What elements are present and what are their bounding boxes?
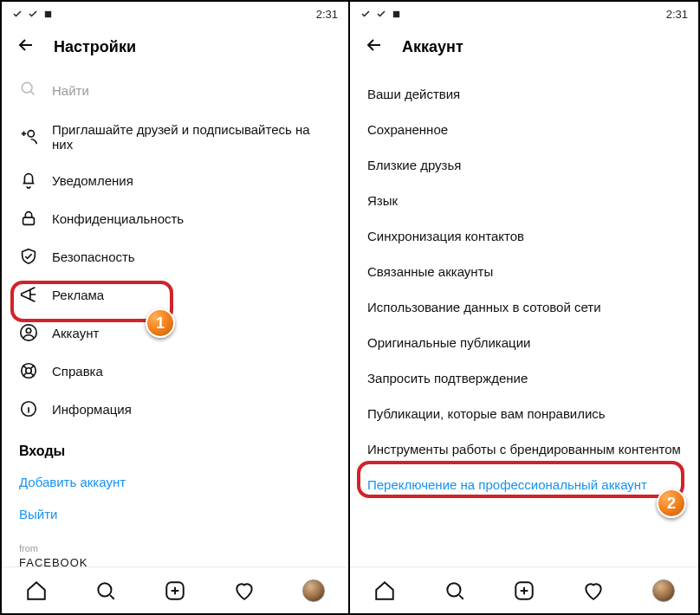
svg-point-9	[98, 583, 111, 596]
section-logins: Входы	[2, 428, 348, 466]
check-icon	[28, 9, 38, 19]
link-logout[interactable]: Выйти	[2, 498, 348, 530]
bell-icon	[19, 171, 38, 190]
tab-search[interactable]	[443, 579, 467, 603]
status-icons-left	[360, 9, 401, 19]
shield-icon	[19, 247, 38, 266]
phone-screen-settings: 2:31 Настройки Найти Приглашайте друзей …	[2, 2, 350, 613]
back-icon[interactable]	[364, 35, 385, 59]
row-label: Приглашайте друзей и подписывайтесь на н…	[52, 122, 331, 152]
row-original-posts[interactable]: Оригинальные публикации	[350, 325, 698, 360]
tab-home[interactable]	[24, 579, 49, 603]
header: Настройки	[2, 26, 348, 68]
svg-point-5	[26, 328, 31, 333]
tab-bar	[2, 566, 348, 613]
svg-point-2	[28, 131, 34, 137]
row-help[interactable]: Справка	[2, 352, 348, 390]
svg-point-1	[22, 82, 32, 93]
row-privacy[interactable]: Конфиденциальность	[2, 199, 348, 237]
row-saved[interactable]: Сохраненное	[350, 112, 698, 147]
account-content: Ваши действия Сохраненное Близкие друзья…	[350, 68, 698, 566]
svg-rect-11	[393, 10, 399, 16]
avatar	[652, 579, 675, 602]
search-icon	[19, 80, 36, 100]
check-icon	[360, 9, 371, 19]
row-posts-you-liked[interactable]: Публикации, которые вам понравились	[350, 396, 698, 431]
page-title: Настройки	[54, 38, 136, 56]
row-label: Информация	[52, 402, 132, 417]
row-language[interactable]: Язык	[350, 183, 698, 218]
phone-screen-account: 2:31 Аккаунт Ваши действия Сохраненное Б…	[350, 2, 698, 613]
settings-content: Найти Приглашайте друзей и подписывайтес…	[2, 68, 348, 566]
lifebuoy-icon	[19, 361, 38, 380]
check-icon	[12, 9, 23, 19]
row-ads[interactable]: Реклама	[2, 275, 348, 314]
row-about[interactable]: Информация	[2, 390, 348, 428]
header: Аккаунт	[350, 26, 698, 68]
row-label: Конфиденциальность	[52, 211, 184, 226]
tab-profile[interactable]	[651, 579, 676, 603]
row-label: Справка	[52, 364, 103, 379]
row-close-friends[interactable]: Близкие друзья	[350, 147, 698, 183]
status-bar: 2:31	[350, 2, 698, 26]
link-add-account[interactable]: Добавить аккаунт	[2, 466, 348, 498]
square-icon	[392, 10, 401, 19]
row-notifications[interactable]: Уведомления	[2, 161, 348, 199]
status-bar: 2:31	[2, 2, 348, 26]
tab-search[interactable]	[94, 579, 118, 603]
row-request-verification[interactable]: Запросить подтверждение	[350, 360, 698, 396]
from-label: from	[19, 542, 331, 555]
tab-new-post[interactable]	[163, 579, 187, 603]
add-friend-icon	[19, 127, 38, 146]
row-branded-content-tools[interactable]: Инструменты работы с брендированным конт…	[350, 431, 698, 467]
row-contacts-sync[interactable]: Синхронизация контактов	[350, 218, 698, 254]
svg-rect-0	[45, 10, 51, 16]
row-account[interactable]: Аккаунт	[2, 314, 348, 352]
row-label: Безопасность	[52, 249, 135, 264]
row-linked-accounts[interactable]: Связанные аккаунты	[350, 254, 698, 289]
tab-home[interactable]	[373, 579, 397, 603]
from-facebook: from FACEBOOK	[2, 530, 348, 566]
row-switch-professional[interactable]: Переключение на профессиональный аккаунт	[350, 467, 698, 502]
row-security[interactable]: Безопасность	[2, 237, 348, 275]
lock-icon	[19, 209, 38, 228]
tab-new-post[interactable]	[512, 579, 536, 603]
tab-activity[interactable]	[232, 579, 256, 603]
info-icon	[19, 399, 38, 418]
row-label: Аккаунт	[52, 326, 99, 340]
clock: 2:31	[316, 8, 338, 21]
row-label: Реклама	[52, 288, 104, 302]
person-circle-icon	[19, 323, 38, 342]
row-invite-friends[interactable]: Приглашайте друзей и подписывайтесь на н…	[2, 113, 348, 161]
square-icon	[43, 10, 53, 19]
page-title: Аккаунт	[402, 38, 463, 56]
row-data-usage[interactable]: Использование данных в сотовой сети	[350, 289, 698, 325]
status-icons-left	[12, 9, 53, 19]
avatar	[302, 579, 325, 602]
facebook-wordmark: FACEBOOK	[19, 555, 331, 566]
svg-rect-3	[23, 217, 35, 224]
tab-activity[interactable]	[581, 579, 606, 603]
search-bar[interactable]: Найти	[2, 71, 348, 113]
back-icon[interactable]	[16, 35, 36, 59]
check-icon	[376, 9, 386, 19]
tab-bar	[350, 566, 698, 613]
megaphone-icon	[19, 285, 38, 304]
tab-profile[interactable]	[301, 579, 326, 603]
row-your-activity[interactable]: Ваши действия	[350, 76, 698, 112]
svg-point-12	[447, 583, 460, 596]
clock: 2:31	[666, 8, 688, 21]
search-placeholder: Найти	[52, 83, 89, 98]
svg-point-7	[26, 368, 31, 373]
row-label: Уведомления	[52, 173, 133, 188]
